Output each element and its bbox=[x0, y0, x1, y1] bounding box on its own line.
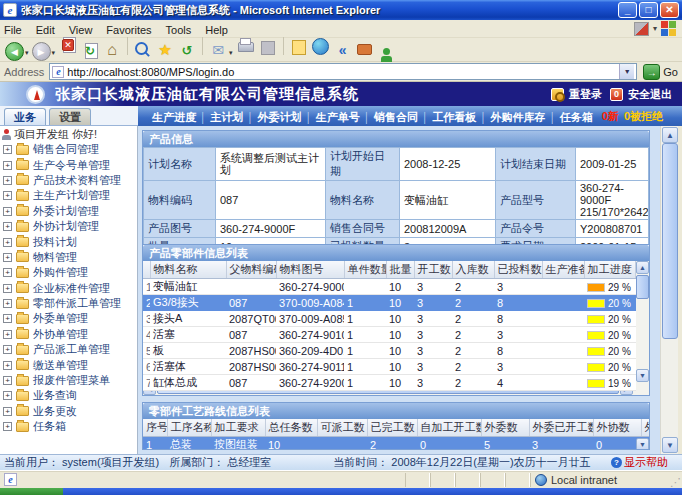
logout-button[interactable]: 安全退出 bbox=[610, 87, 672, 102]
media-icon[interactable] bbox=[311, 36, 331, 56]
sidebar-item-业务查询[interactable]: +业务查询 bbox=[0, 388, 137, 403]
scroll-down-icon[interactable]: ▼ bbox=[636, 369, 649, 382]
nav-link-4[interactable]: 销售合同 bbox=[374, 111, 418, 123]
expand-icon[interactable]: + bbox=[3, 376, 12, 385]
expand-icon[interactable]: + bbox=[3, 361, 12, 370]
table-row[interactable]: 4活塞087360-274-9010F11032320 % bbox=[143, 327, 636, 343]
table-row[interactable]: 1总装按图组装10205300 bbox=[143, 437, 649, 451]
expand-icon[interactable]: + bbox=[3, 299, 12, 308]
nav-link-3[interactable]: 生产单号 bbox=[316, 111, 360, 123]
column-header[interactable]: 外委数 bbox=[481, 419, 529, 437]
go-button[interactable]: Go bbox=[663, 66, 678, 78]
table-row[interactable]: 5板2087HS002360-209-4D01011032820 % bbox=[143, 343, 636, 359]
expand-icon[interactable]: + bbox=[3, 191, 12, 200]
addon-caret-icon[interactable]: ▾ bbox=[653, 24, 657, 33]
column-header[interactable]: 加工进度 bbox=[584, 261, 636, 279]
table-row[interactable]: 2G3/8接头087370-009-A084011032820 % bbox=[143, 295, 636, 311]
nav-badge-rejected[interactable]: 0被拒绝 bbox=[624, 109, 663, 124]
column-header[interactable]: 入库数 bbox=[452, 261, 494, 279]
dropdown-caret-icon[interactable]: ▾ bbox=[229, 49, 233, 56]
sidebar-item-企业标准件管理[interactable]: +企业标准件管理 bbox=[0, 281, 137, 296]
tab-业务[interactable]: 业务 bbox=[4, 108, 46, 125]
nav-link-1[interactable]: 主计划 bbox=[210, 111, 243, 123]
sidebar-item-任务箱[interactable]: +任务箱 bbox=[0, 419, 137, 434]
sidebar-item-外协计划管理[interactable]: +外协计划管理 bbox=[0, 219, 137, 234]
expand-icon[interactable]: + bbox=[3, 207, 12, 216]
stop-icon[interactable] bbox=[58, 35, 78, 55]
expand-icon[interactable]: + bbox=[3, 345, 12, 354]
expand-icon[interactable]: + bbox=[3, 330, 12, 339]
nav-link-6[interactable]: 外购件库存 bbox=[491, 111, 546, 123]
resize-grip[interactable] bbox=[670, 473, 682, 487]
main-scrollbar[interactable]: ▲ ▼ bbox=[660, 126, 678, 454]
column-header[interactable]: 父物料编码 bbox=[226, 261, 276, 279]
column-header[interactable]: 加工要求 bbox=[211, 419, 265, 437]
relogin-button[interactable]: 重登录 bbox=[551, 87, 602, 102]
show-help-link[interactable]: ? 显示帮助 bbox=[611, 455, 668, 470]
tab-设置[interactable]: 设置 bbox=[49, 108, 91, 125]
address-dropdown-icon[interactable]: ▼ bbox=[619, 64, 634, 79]
back-icon[interactable] bbox=[5, 42, 24, 61]
column-header[interactable]: 工序名称 bbox=[167, 419, 211, 437]
dropdown-caret-icon[interactable]: ▾ bbox=[25, 49, 29, 56]
column-header[interactable]: 外协 bbox=[641, 419, 649, 437]
expand-icon[interactable]: + bbox=[3, 284, 12, 293]
sidebar-item-外购件管理[interactable]: +外购件管理 bbox=[0, 265, 137, 280]
route-scroll-down-icon[interactable]: ▼ bbox=[636, 438, 649, 450]
nav-link-2[interactable]: 外委计划 bbox=[258, 111, 302, 123]
sidebar-item-生产令号单管理[interactable]: +生产令号单管理 bbox=[0, 157, 137, 172]
refresh-icon[interactable] bbox=[80, 41, 100, 61]
expand-icon[interactable]: + bbox=[3, 422, 12, 431]
sidebar-item-销售合同管理[interactable]: +销售合同管理 bbox=[0, 142, 137, 157]
main-scroll-down-icon[interactable]: ▼ bbox=[662, 437, 678, 453]
history-icon[interactable] bbox=[177, 40, 197, 60]
address-url[interactable]: http://localhost:8080/MPS/login.do bbox=[67, 66, 619, 78]
column-header[interactable]: 生产准备 bbox=[542, 261, 584, 279]
close-button[interactable]: ✕ bbox=[660, 2, 679, 18]
sidebar-item-外协单管理[interactable]: +外协单管理 bbox=[0, 327, 137, 342]
pdf-addon-icon[interactable] bbox=[634, 22, 649, 36]
sidebar-item-缴送单管理[interactable]: +缴送单管理 bbox=[0, 357, 137, 372]
parts-vscroll-thumb[interactable] bbox=[636, 275, 649, 299]
sidebar-item-报废件管理菜单[interactable]: +报废件管理菜单 bbox=[0, 373, 137, 388]
maximize-button[interactable]: □ bbox=[639, 2, 658, 18]
column-header[interactable]: 外委已开工数 bbox=[529, 419, 593, 437]
messenger-icon[interactable] bbox=[333, 40, 353, 60]
table-row[interactable]: 1变幅油缸360-274-9000F1032329 % bbox=[143, 279, 636, 295]
sidebar-item-外委单管理[interactable]: +外委单管理 bbox=[0, 311, 137, 326]
column-header[interactable]: 已完工数 bbox=[367, 419, 417, 437]
expand-icon[interactable]: + bbox=[3, 268, 12, 277]
column-header[interactable]: 可派工数 bbox=[317, 419, 367, 437]
main-scroll-up-icon[interactable]: ▲ bbox=[662, 127, 678, 143]
forward-icon[interactable] bbox=[32, 42, 51, 61]
expand-icon[interactable]: + bbox=[3, 253, 12, 262]
column-header[interactable]: 序号 bbox=[143, 419, 167, 437]
home-icon[interactable] bbox=[102, 40, 122, 60]
expand-icon[interactable]: + bbox=[3, 176, 12, 185]
print-icon[interactable] bbox=[236, 35, 256, 55]
sidebar-item-业务更改[interactable]: +业务更改 bbox=[0, 404, 137, 419]
sidebar-item-产品技术资料管理[interactable]: +产品技术资料管理 bbox=[0, 173, 137, 188]
sidebar-item-物料管理[interactable]: +物料管理 bbox=[0, 250, 137, 265]
mail-icon[interactable] bbox=[208, 40, 228, 60]
column-header[interactable]: 开工数 bbox=[414, 261, 452, 279]
favorites-icon[interactable] bbox=[155, 40, 175, 60]
dropdown-caret-icon[interactable]: ▾ bbox=[52, 49, 56, 56]
nav-badge-new[interactable]: 0新 bbox=[602, 109, 619, 124]
column-header[interactable]: 批量 bbox=[386, 261, 414, 279]
expand-icon[interactable]: + bbox=[3, 161, 12, 170]
expand-icon[interactable]: + bbox=[3, 407, 12, 416]
edit-icon[interactable] bbox=[258, 38, 278, 58]
sidebar-item-主生产计划管理[interactable]: +主生产计划管理 bbox=[0, 188, 137, 203]
table-row[interactable]: 3接头A2087QT002370-009-A085011032820 % bbox=[143, 311, 636, 327]
column-header[interactable]: 总任务数 bbox=[265, 419, 317, 437]
sidebar-item-产品派工单管理[interactable]: +产品派工单管理 bbox=[0, 342, 137, 357]
minimize-button[interactable]: _ bbox=[618, 2, 637, 18]
address-input[interactable]: e http://localhost:8080/MPS/login.do ▼ bbox=[49, 63, 637, 80]
parts-vscrollbar[interactable]: ▲ ▼ bbox=[636, 261, 649, 382]
expand-icon[interactable]: + bbox=[3, 238, 12, 247]
column-header[interactable]: 外协数 bbox=[593, 419, 641, 437]
go-arrow-icon[interactable]: → bbox=[643, 64, 660, 80]
start-button-edge[interactable] bbox=[0, 488, 63, 495]
expand-icon[interactable]: + bbox=[3, 222, 12, 231]
